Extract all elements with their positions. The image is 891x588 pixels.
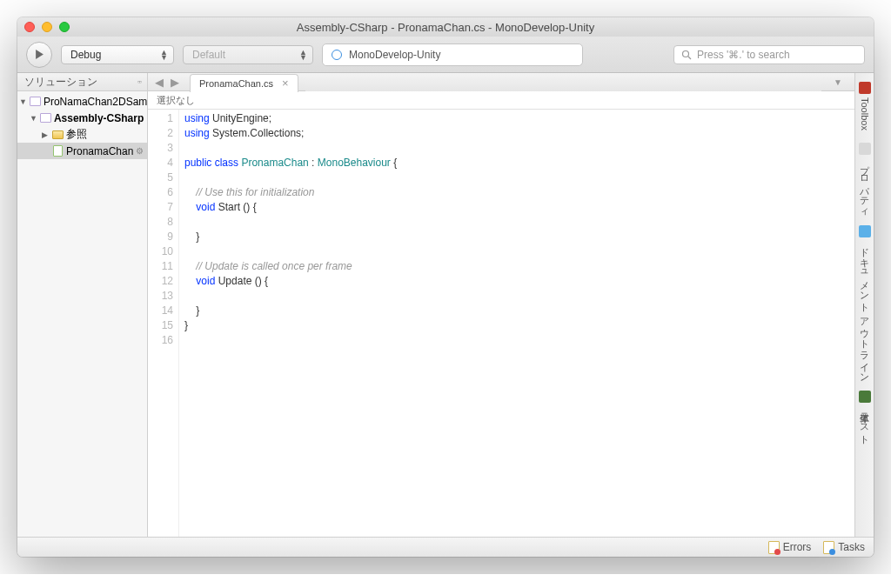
- status-display: MonoDevelop-Unity: [322, 43, 583, 66]
- gear-icon[interactable]: ⚙: [136, 146, 144, 156]
- toolbox-icon: [859, 82, 871, 94]
- minimize-button[interactable]: [42, 22, 52, 32]
- search-input[interactable]: Press '⌘.' to search: [673, 45, 865, 64]
- search-icon: [681, 50, 692, 60]
- svg-point-1: [683, 50, 689, 57]
- status-bar: Errors Tasks: [17, 537, 874, 557]
- solution-header: ソリューション ▫ ▫: [17, 73, 147, 91]
- toolbox-tab[interactable]: Toolbox: [857, 77, 873, 136]
- right-dock: Toolbox プロパティ ドキュメント アウトライン 単体テスト: [854, 73, 874, 537]
- solution-root[interactable]: ▼ ProNamaChan2DSample: [17, 93, 147, 110]
- csharp-file-icon: [51, 145, 64, 157]
- tab-menu-icon[interactable]: ▼: [828, 77, 847, 87]
- project-item[interactable]: ▼ Assembly-CSharp: [17, 110, 147, 126]
- svg-line-2: [688, 57, 691, 59]
- target-label: Default: [192, 49, 225, 61]
- tasks-pad[interactable]: Tasks: [823, 541, 865, 554]
- tab-label: PronamaChan.cs: [199, 78, 273, 89]
- updown-icon: ▲▼: [299, 50, 307, 60]
- target-dropdown[interactable]: Default ▲▼: [183, 45, 313, 64]
- toolbar: Debug ▲▼ Default ▲▼ MonoDevelop-Unity Pr…: [17, 37, 874, 73]
- expand-icon: ▼: [19, 97, 27, 106]
- solution-tree: ▼ ProNamaChan2DSample ▼ Assembly-CSharp …: [17, 91, 147, 161]
- errors-icon: [768, 541, 780, 554]
- unit-test-icon: [859, 391, 871, 403]
- play-icon: [35, 50, 44, 59]
- configuration-label: Debug: [70, 49, 101, 61]
- configuration-dropdown[interactable]: Debug ▲▼: [61, 45, 174, 64]
- code-content[interactable]: using UnityEngine;using System.Collectio…: [179, 110, 854, 537]
- titlebar: Assembly-CSharp - PronamaChan.cs - MonoD…: [17, 17, 874, 37]
- monodevelop-icon: [332, 50, 342, 60]
- panel-controls-icon[interactable]: ▫ ▫: [137, 77, 140, 86]
- maximize-button[interactable]: [59, 22, 70, 32]
- references-item[interactable]: ▶ 参照: [17, 126, 147, 143]
- folder-icon: [51, 129, 64, 141]
- solution-icon: [30, 96, 41, 108]
- code-editor[interactable]: 12345678910111213141516 using UnityEngin…: [148, 110, 854, 537]
- run-button[interactable]: [26, 42, 52, 68]
- nav-back-icon[interactable]: ◀: [155, 76, 164, 89]
- properties-icon: [859, 143, 871, 155]
- solution-title: ソリューション: [24, 75, 97, 90]
- svg-marker-0: [36, 50, 44, 59]
- nav-forward-icon[interactable]: ▶: [171, 76, 179, 89]
- window-title: Assembly-CSharp - PronamaChan.cs - MonoD…: [24, 21, 867, 34]
- editor-area: ◀ ▶ PronamaChan.cs × ▼ 選択なし 123456789101…: [148, 73, 854, 537]
- tab-bar: ◀ ▶ PronamaChan.cs × ▼: [148, 73, 854, 91]
- ide-window: Assembly-CSharp - PronamaChan.cs - MonoD…: [17, 17, 874, 557]
- file-item[interactable]: PronamaChan.cs ⚙: [17, 143, 147, 159]
- properties-tab[interactable]: プロパティ: [856, 137, 873, 218]
- unit-test-tab[interactable]: 単体テスト: [856, 385, 873, 445]
- outline-icon: [859, 225, 871, 237]
- references-label: 参照: [66, 127, 87, 142]
- breadcrumb-text: 選択なし: [157, 94, 195, 107]
- errors-pad[interactable]: Errors: [768, 541, 812, 554]
- main-area: ソリューション ▫ ▫ ▼ ProNamaChan2DSample ▼ Asse…: [17, 73, 874, 537]
- project-name: Assembly-CSharp: [54, 112, 144, 124]
- window-controls: [24, 22, 70, 32]
- search-placeholder: Press '⌘.' to search: [697, 49, 790, 61]
- line-gutter: 12345678910111213141516: [148, 110, 179, 537]
- editor-tab[interactable]: PronamaChan.cs ×: [190, 74, 298, 92]
- close-tab-icon[interactable]: ×: [282, 77, 289, 90]
- expand-icon: ▼: [30, 114, 37, 123]
- expand-icon: ▶: [40, 130, 49, 139]
- tasks-icon: [823, 541, 834, 554]
- breadcrumb[interactable]: 選択なし: [148, 91, 854, 110]
- file-name: PronamaChan.cs: [66, 145, 133, 157]
- status-text: MonoDevelop-Unity: [349, 49, 440, 61]
- updown-icon: ▲▼: [160, 50, 168, 60]
- project-icon: [40, 112, 51, 124]
- solution-name: ProNamaChan2DSample: [44, 96, 147, 108]
- solution-panel: ソリューション ▫ ▫ ▼ ProNamaChan2DSample ▼ Asse…: [17, 73, 148, 537]
- outline-tab[interactable]: ドキュメント アウトライン: [856, 220, 873, 384]
- close-button[interactable]: [24, 22, 35, 32]
